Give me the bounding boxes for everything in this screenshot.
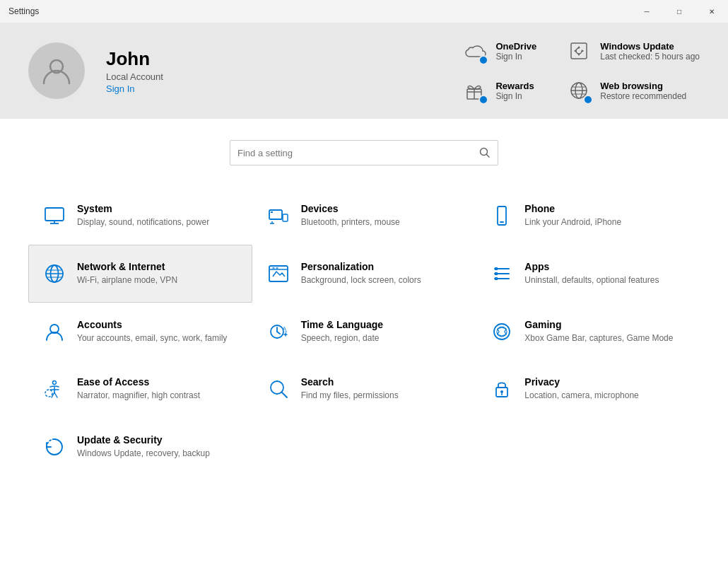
minimize-button[interactable]: ─ [630,0,663,23]
svg-point-42 [45,390,52,397]
search-title: Search [301,376,399,388]
rewards-icon-wrapper [460,76,488,105]
setting-devices[interactable]: Devices Bluetooth, printers, mouse [252,187,476,245]
gaming-title: Gaming [524,319,673,330]
settings-grid: System Display, sound, notifications, po… [28,187,700,476]
user-info: John Local Account Sign In [106,48,163,94]
profile-area: John Local Account Sign In OneDrive Sign… [0,23,728,119]
svg-line-36 [277,332,280,334]
setting-search[interactable]: Search Find my files, permissions [252,360,476,418]
titlebar: Settings ─ □ ✕ [0,0,728,23]
setting-phone[interactable]: Phone Link your Android, iPhone [476,187,700,245]
app-title: Settings [8,6,39,16]
svg-rect-14 [283,214,288,221]
sign-in-link[interactable]: Sign In [106,83,163,94]
setting-personalization[interactable]: Personalization Background, lock screen,… [252,245,476,303]
apps-text: Apps Uninstall, defaults, optional featu… [524,261,659,286]
accounts-icon [43,320,66,343]
system-title: System [77,203,209,214]
svg-line-44 [281,392,287,398]
update-security-icon [43,436,66,458]
privacy-desc: Location, camera, microphone [524,390,638,402]
personalization-text: Personalization Background, lock screen,… [301,261,421,286]
devices-title: Devices [301,203,400,214]
accounts-text: Accounts Your accounts, email, sync, wor… [77,319,227,344]
network-desc: Wi-Fi, airplane mode, VPN [77,274,177,286]
setting-gaming[interactable]: Gaming Xbox Game Bar, captures, Game Mod… [476,303,700,361]
devices-text: Devices Bluetooth, printers, mouse [301,203,400,228]
user-avatar-icon [40,54,74,88]
setting-privacy[interactable]: Privacy Location, camera, microphone [476,360,700,418]
svg-line-9 [487,155,490,158]
svg-rect-32 [495,277,498,280]
user-name: John [106,48,163,70]
time-language-title: Time & Language [301,319,383,330]
privacy-title: Privacy [524,376,638,388]
service-onedrive[interactable]: OneDrive Sign In [460,37,536,65]
service-rewards[interactable]: Rewards Sign In [460,76,536,105]
ease-of-access-title: Ease of Access [77,376,200,388]
system-desc: Display, sound, notifications, power [77,216,209,228]
services-area: OneDrive Sign In Rewards Sig [460,37,700,105]
network-text: Network & Internet Wi-Fi, airplane mode,… [77,261,177,286]
close-button[interactable]: ✕ [695,0,728,23]
services-column-2: Windows Update Last checked: 5 hours ago [565,37,700,105]
gaming-desc: Xbox Game Bar, captures, Game Mode [524,332,673,344]
account-type: Local Account [106,71,163,82]
setting-apps[interactable]: Apps Uninstall, defaults, optional featu… [476,245,700,303]
svg-rect-2 [571,43,587,59]
search-text: Search Find my files, permissions [301,376,399,402]
windows-update-text: Windows Update Last checked: 5 hours ago [600,41,700,62]
setting-update-security[interactable]: Update & Security Windows Update, recove… [28,418,252,476]
setting-accounts[interactable]: Accounts Your accounts, email, sync, wor… [28,303,252,361]
windows-update-subtitle: Last checked: 5 hours ago [600,52,700,62]
windows-update-icon [566,38,592,64]
update-security-desc: Windows Update, recovery, backup [77,448,210,460]
network-title: Network & Internet [77,261,177,272]
phone-text: Phone Link your Android, iPhone [524,203,621,228]
search-box[interactable] [230,140,498,165]
onedrive-subtitle: Sign In [495,52,536,62]
maximize-button[interactable]: □ [663,0,695,23]
time-language-desc: Speech, region, date [301,332,383,344]
search-input[interactable] [237,148,474,158]
service-windows-update[interactable]: Windows Update Last checked: 5 hours ago [565,37,700,65]
privacy-text: Privacy Location, camera, microphone [524,376,638,402]
personalization-icon [267,262,290,285]
svg-point-41 [53,381,57,385]
personalization-desc: Background, lock screen, colors [301,274,421,286]
setting-time-language[interactable]: A a Time & Language Speech, region, date [252,303,476,361]
time-language-text: Time & Language Speech, region, date [301,319,383,344]
network-icon [43,262,66,285]
onedrive-text: OneDrive Sign In [495,41,536,62]
onedrive-icon-wrapper [460,37,488,65]
phone-title: Phone [524,203,621,214]
apps-title: Apps [524,261,659,272]
rewards-title: Rewards [495,81,534,91]
search-icon [479,147,491,158]
accounts-desc: Your accounts, email, sync, work, family [77,332,227,344]
accounts-title: Accounts [77,319,227,330]
service-web-browsing[interactable]: Web browsing Restore recommended [565,76,700,105]
web-browsing-subtitle: Restore recommended [600,91,686,101]
apps-icon [491,262,513,285]
phone-icon [491,204,513,227]
onedrive-dot [479,55,488,65]
onedrive-title: OneDrive [495,41,536,52]
search-container [28,140,700,165]
privacy-icon [491,378,513,400]
devices-desc: Bluetooth, printers, mouse [301,216,400,228]
gaming-icon [491,320,513,343]
ease-of-access-desc: Narrator, magnifier, high contrast [77,390,200,402]
setting-network[interactable]: Network & Internet Wi-Fi, airplane mode,… [28,245,252,303]
system-text: System Display, sound, notifications, po… [77,203,209,228]
gaming-text: Gaming Xbox Game Bar, captures, Game Mod… [524,319,673,344]
svg-rect-13 [269,210,282,219]
avatar [28,42,85,99]
update-security-title: Update & Security [77,434,210,446]
setting-system[interactable]: System Display, sound, notifications, po… [28,187,252,245]
svg-point-46 [500,390,503,393]
setting-ease-of-access[interactable]: Ease of Access Narrator, magnifier, high… [28,360,252,418]
web-browsing-title: Web browsing [600,81,686,91]
ease-of-access-text: Ease of Access Narrator, magnifier, high… [77,376,200,402]
